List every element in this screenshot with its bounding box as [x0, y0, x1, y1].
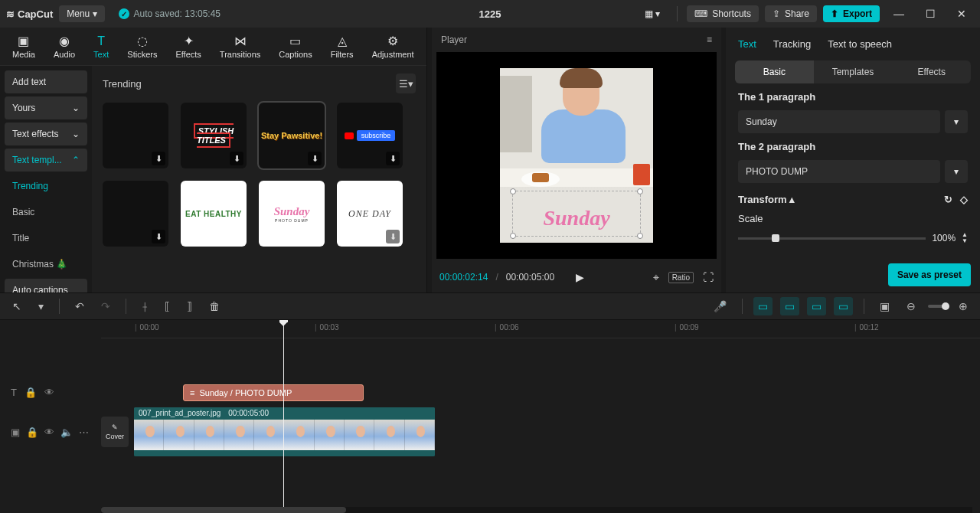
undo-icon[interactable]: ↶ — [70, 297, 89, 315]
player-menu-icon[interactable]: ≡ — [707, 34, 712, 45]
fullscreen-icon[interactable]: ⛶ — [703, 271, 714, 283]
handle-icon[interactable] — [510, 233, 516, 239]
auto-captions-button[interactable]: Auto captions — [5, 279, 87, 292]
template-item[interactable]: Stay Pawsitive!⬇ — [259, 103, 325, 168]
link-title[interactable]: Title — [5, 227, 87, 250]
para2-input[interactable] — [738, 160, 940, 183]
chevron-down-icon: ⌄ — [72, 129, 80, 139]
crop-icon[interactable]: ⌖ — [653, 271, 659, 284]
maximize-icon[interactable]: ☐ — [918, 3, 943, 25]
tab-text[interactable]: TText — [84, 31, 118, 62]
play-button[interactable]: ▶ — [576, 271, 584, 283]
link-basic[interactable]: Basic — [5, 201, 87, 224]
save-preset-button[interactable]: Save as preset — [888, 263, 971, 286]
template-item[interactable]: ⬇ — [103, 181, 168, 247]
tab-stickers[interactable]: ◌Stickers — [118, 31, 166, 62]
share-button[interactable]: ⇪ Share — [765, 5, 817, 22]
para1-dropdown[interactable]: ▾ — [945, 110, 968, 133]
link-trending[interactable]: Trending — [5, 175, 87, 198]
lock-icon[interactable]: 🔒 — [26, 426, 38, 438]
ratio-button[interactable]: Ratio — [668, 272, 694, 283]
download-icon[interactable]: ⬇ — [386, 230, 400, 243]
template-item[interactable]: STYLISH TITLES⬇ — [181, 103, 247, 168]
text-clip[interactable]: ≡ Sunday / PHOTO DUMP — [183, 384, 364, 401]
handle-icon[interactable] — [637, 188, 643, 194]
visibility-icon[interactable]: 👁 — [44, 387, 54, 398]
delete-icon[interactable]: 🗑 — [204, 297, 224, 315]
visibility-icon[interactable]: 👁 — [44, 426, 54, 438]
video-clip[interactable]: 007_print_ad_poster.jpg 00:00:05:00 — [134, 407, 435, 456]
template-item[interactable]: SundayPHOTO DUMP — [259, 181, 325, 247]
shortcuts-button[interactable]: ⌨ Shortcuts — [687, 5, 759, 22]
add-text-button[interactable]: Add text — [5, 70, 87, 93]
pointer-icon[interactable]: ↖ — [8, 297, 26, 315]
reset-icon[interactable]: ↻ — [944, 194, 952, 205]
pointer-menu-icon[interactable]: ▾ — [34, 297, 48, 315]
split-icon[interactable]: ⟊ — [137, 297, 152, 315]
selection-box[interactable] — [512, 191, 641, 237]
zoom-fit-icon[interactable]: ⊕ — [954, 297, 972, 315]
insp-sub-basic[interactable]: Basic — [735, 60, 814, 83]
text-templates-button[interactable]: Text templ...⌃ — [5, 149, 87, 172]
collapse-icon[interactable]: ▴ — [789, 194, 795, 205]
link-christmas[interactable]: Christmas 🎄 — [5, 253, 87, 276]
template-item[interactable]: ⬇ — [103, 103, 168, 168]
keyframe-icon[interactable]: ◇ — [960, 194, 968, 205]
more-icon[interactable]: ⋯ — [79, 426, 89, 438]
align-icon[interactable]: ▭ — [834, 297, 853, 315]
time-ruler[interactable]: 00:00 00:03 00:06 00:09 00:12 — [101, 320, 980, 338]
redo-icon[interactable]: ↷ — [96, 297, 115, 315]
cover-button[interactable]: ✎ Cover — [101, 417, 129, 447]
yours-button[interactable]: Yours⌄ — [5, 96, 87, 119]
scale-slider[interactable] — [738, 237, 926, 240]
preview-icon[interactable]: ▣ — [875, 297, 894, 315]
template-item[interactable]: subscribe⬇ — [337, 103, 403, 168]
tab-effects[interactable]: ✦Effects — [166, 31, 210, 62]
tab-transitions[interactable]: ⋈Transitions — [211, 31, 270, 62]
mute-icon[interactable]: 🔈 — [60, 426, 73, 438]
handle-icon[interactable] — [637, 233, 643, 239]
template-item[interactable]: EAT HEALTHY — [181, 181, 247, 247]
audio-icon: ◉ — [59, 34, 70, 48]
tab-filters[interactable]: ◬Filters — [322, 31, 363, 62]
tab-media[interactable]: ▣Media — [3, 31, 44, 62]
sort-button[interactable]: ☰▾ — [396, 74, 416, 93]
trim-right-icon[interactable]: ⟧ — [182, 297, 197, 315]
magnet-icon[interactable]: ▭ — [753, 297, 773, 315]
template-item[interactable]: ONE DAY⬇ — [337, 181, 403, 247]
tab-captions[interactable]: ▭Captions — [270, 31, 321, 62]
trim-left-icon[interactable]: ⟦ — [160, 297, 175, 315]
insp-tab-tts[interactable]: Text to speech — [828, 38, 892, 50]
menu-button[interactable]: Menu ▾ — [59, 5, 104, 22]
export-button[interactable]: ⬆ Export — [823, 5, 880, 22]
layout-icon[interactable]: ▦ ▾ — [637, 5, 668, 22]
para2-dropdown[interactable]: ▾ — [945, 160, 968, 183]
handle-icon[interactable] — [510, 188, 516, 194]
zoom-out-icon[interactable]: ⊖ — [902, 297, 920, 315]
insp-tab-text[interactable]: Text — [738, 38, 756, 50]
minimize-icon[interactable]: — — [886, 3, 912, 25]
download-icon[interactable]: ⬇ — [152, 230, 165, 243]
download-icon[interactable]: ⬇ — [230, 152, 243, 165]
text-track-icon: T — [11, 387, 17, 398]
insp-sub-effects[interactable]: Effects — [892, 60, 971, 83]
tab-adjustment[interactable]: ⚙Adjustment — [363, 31, 423, 62]
playhead[interactable] — [283, 320, 284, 513]
zoom-slider[interactable] — [928, 305, 946, 308]
tab-audio[interactable]: ◉Audio — [44, 31, 84, 62]
download-icon[interactable]: ⬇ — [386, 152, 400, 165]
download-icon[interactable]: ⬇ — [152, 152, 165, 165]
close-icon[interactable]: ✕ — [949, 3, 974, 25]
player-stage[interactable]: Sunday — [436, 52, 717, 259]
timeline-scrollbar[interactable] — [101, 507, 972, 513]
lock-icon[interactable]: 🔒 — [24, 387, 37, 398]
para1-input[interactable] — [738, 110, 940, 133]
insp-sub-templates[interactable]: Templates — [814, 60, 893, 83]
link-icon[interactable]: ▭ — [780, 297, 799, 315]
download-icon[interactable]: ⬇ — [308, 152, 322, 165]
mic-icon[interactable]: 🎤 — [709, 297, 731, 315]
scale-stepper[interactable]: ▲▼ — [962, 232, 968, 244]
insp-tab-tracking[interactable]: Tracking — [773, 38, 811, 50]
snap-icon[interactable]: ▭ — [807, 297, 826, 315]
text-effects-button[interactable]: Text effects⌄ — [5, 123, 87, 145]
